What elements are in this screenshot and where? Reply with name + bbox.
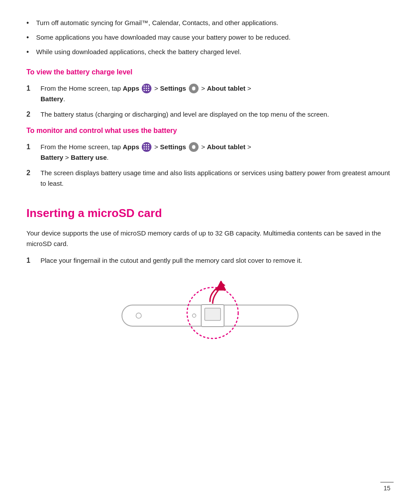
step1-prefix: From the Home screen, tap [41,85,123,92]
s2-mid3: > [246,143,251,151]
step1-battery-label: Battery [41,95,63,103]
s2-settings-label: Settings [160,143,186,151]
step1-about-label: About tablet [207,85,246,92]
battery-view-section: To view the battery charge level 1 From … [26,67,394,120]
settings-icon [189,84,199,93]
page-number: 15 [383,484,391,493]
step1-mid2: > [201,85,207,92]
battery-monitor-section: To monitor and control what uses the bat… [26,125,394,188]
main-section-title: Inserting a microSD card [26,204,394,222]
s2-battery-label: Battery [41,154,63,161]
s2-step2-content: The screen displays battery usage time a… [41,168,394,188]
apps-icon [142,84,151,93]
s2-apps-label: Apps [123,143,140,151]
section2-heading: To monitor and control what uses the bat… [26,125,394,136]
s2-step1-content: From the Home screen, tap Apps > Setting… [41,142,394,162]
apps-icon-2 [142,142,151,152]
bullet-text-3: While using downloaded applications, che… [36,47,394,57]
step1-end: . [63,95,65,103]
section2-step1: 1 From the Home screen, tap Apps > Setti… [26,142,394,162]
section1-step1: 1 From the Home screen, tap Apps > Setti… [26,83,394,104]
settings-icon-2 [189,142,199,152]
svg-point-3 [136,313,141,318]
bullet-item-1: • Turn off automatic syncing for Gmail™,… [26,18,394,29]
step-number: 1 [26,83,37,94]
s2-mid: > [155,143,160,151]
step-number-s2: 1 [26,142,37,153]
bullet-item-2: • Some applications you have downloaded … [26,32,394,43]
step1-mid: > [155,85,160,92]
bullet-item-3: • While using downloaded applications, c… [26,47,394,58]
step1-content: From the Home screen, tap Apps > Setting… [41,83,394,104]
bullet-dot: • [26,47,34,58]
microsd-diagram [26,279,394,345]
section2-step2: 2 The screen displays battery usage time… [26,168,394,188]
microsd-step-number: 1 [26,255,37,266]
main-section-body: Your device supports the use of microSD … [26,228,394,249]
bullet-dot: • [26,18,34,29]
s2-mid2: > [201,143,207,151]
gear-svg-2 [191,144,197,150]
step-number-2: 2 [26,109,37,120]
step1-settings-label: Settings [160,85,186,92]
microsd-step1: 1 Place your fingernail in the cutout an… [26,255,394,266]
svg-rect-6 [205,308,221,320]
step1-mid3: > [246,85,251,92]
svg-marker-8 [221,282,225,287]
bullet-dot: • [26,32,34,43]
svg-point-4 [192,314,196,317]
s2-about-label: About tablet [207,143,246,151]
bullet-list: • Turn off automatic syncing for Gmail™,… [26,18,394,57]
apps-icon-grid [144,85,150,92]
bullet-text-1: Turn off automatic syncing for Gmail™, C… [36,18,394,28]
s2-battery-use-label: Battery use [71,154,107,161]
s2-step1-prefix: From the Home screen, tap [41,143,123,151]
step1-apps-label: Apps [123,85,140,92]
section1-heading: To view the battery charge level [26,67,394,78]
gear-svg [191,85,197,92]
step-number-s2-2: 2 [26,168,37,179]
page-number-line [380,482,394,483]
microsd-section: Inserting a microSD card Your device sup… [26,204,394,345]
microsd-diagram-svg [109,281,311,342]
page-number-bar: 15 [380,482,394,493]
s2-mid4: > [63,154,71,161]
section1-step2: 2 The battery status (charging or discha… [26,109,394,120]
apps-icon-grid-2 [144,144,150,150]
microsd-step1-content: Place your fingernail in the cutout and … [41,255,394,265]
bullet-text-2: Some applications you have downloaded ma… [36,32,394,42]
step2-content: The battery status (charging or discharg… [41,109,394,119]
s2-end: . [107,154,109,161]
